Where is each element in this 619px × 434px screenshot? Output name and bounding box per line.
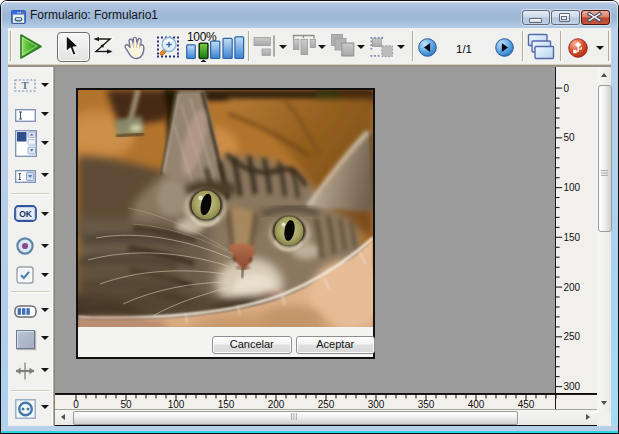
svg-text:OK: OK (19, 209, 33, 219)
svg-text:0: 0 (73, 398, 79, 408)
svg-text:150: 150 (218, 398, 235, 408)
svg-text:200: 200 (268, 398, 285, 408)
svg-text:250: 250 (318, 398, 335, 408)
svg-text:50: 50 (120, 398, 132, 408)
svg-text:100: 100 (168, 398, 185, 408)
svg-text:300: 300 (564, 381, 581, 392)
svg-text:50: 50 (564, 132, 576, 143)
svg-text:400: 400 (468, 398, 485, 408)
svg-text:100: 100 (564, 182, 581, 193)
svg-text:150: 150 (564, 232, 581, 243)
svg-text:350: 350 (418, 398, 435, 408)
svg-text:250: 250 (564, 331, 581, 342)
svg-text:0: 0 (564, 83, 570, 94)
svg-text:450: 450 (518, 398, 535, 408)
svg-text:300: 300 (368, 398, 385, 408)
svg-text:T: T (21, 80, 28, 91)
svg-text:200: 200 (564, 282, 581, 293)
